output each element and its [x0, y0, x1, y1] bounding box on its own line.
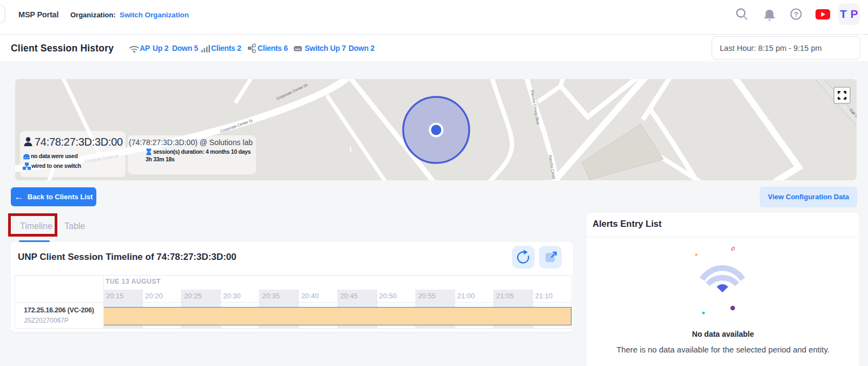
svg-text:?: ?	[794, 10, 798, 18]
